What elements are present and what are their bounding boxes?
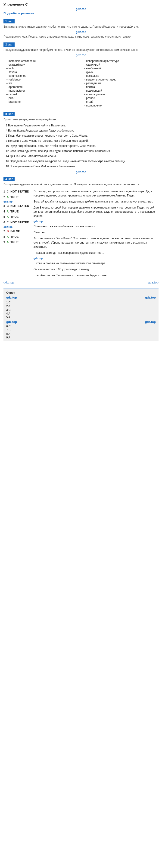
final-answer-6: 6 C bbox=[6, 324, 156, 328]
answer-footer-title: Ответ bbox=[6, 291, 156, 294]
step-3-text: Прочитаем утверждения и переведём их. bbox=[3, 117, 159, 122]
vocab-left-item: backbone bbox=[6, 100, 80, 104]
statement-item: Все здания Гауди можно найти в Барселоне… bbox=[6, 123, 159, 128]
answer-badge-6: 6 bbox=[3, 221, 5, 224]
footer-brand-mid-left[interactable]: gdz.top bbox=[6, 320, 17, 323]
final-answer-7: 7 B bbox=[6, 328, 156, 332]
final-answer-8: 8 A bbox=[6, 332, 156, 336]
answer-label-4: TRUE bbox=[10, 210, 18, 213]
vocab-right-item: дюйм bbox=[84, 70, 158, 74]
vocab-left-item: pillar bbox=[6, 96, 80, 100]
vocab-right-item: резной bbox=[84, 96, 158, 100]
answer-badge-1: 1 bbox=[3, 190, 5, 193]
brand-mid-2[interactable]: gdz.top bbox=[3, 53, 159, 57]
statement-item: Крыша Casa Batllo похожа на слона. bbox=[6, 154, 159, 159]
answer-row-7: 7 B FALSE bbox=[3, 228, 31, 234]
final-answer-5: 5 A bbox=[6, 315, 156, 319]
answer-label-2: TRUE bbox=[10, 195, 18, 199]
vocab-left-item: tile bbox=[6, 82, 80, 85]
step-1-header: 1 шаг bbox=[3, 19, 14, 24]
step-4-text: Послушаем аудиозаписи ещё раз и сделаем … bbox=[3, 182, 159, 186]
vocab-left-item: incredible architecture bbox=[6, 59, 80, 63]
answer-type-8: A bbox=[7, 235, 9, 239]
answer-row-3: 3 C NOT STATED bbox=[3, 203, 31, 209]
answer-type-1: C bbox=[7, 190, 9, 193]
vocab-right-item: необычный bbox=[84, 67, 158, 70]
vocab-right-item: подходящий bbox=[84, 89, 158, 93]
brand-mid-col[interactable]: gdz.top bbox=[3, 200, 31, 203]
statement-item: Гауди потребовалось пять лет, чтобы спро… bbox=[6, 143, 159, 149]
right-text-1: Это город, которому посчастливилось имет… bbox=[34, 189, 159, 198]
answer-badge-4: 4 bbox=[3, 210, 5, 213]
answers-right-col: Это город, которому посчастливилось имет… bbox=[34, 189, 159, 279]
footer-brand-left[interactable]: gdz.top bbox=[6, 296, 17, 299]
statement-item: Casa Batllo-единственное здание Гауди, к… bbox=[6, 149, 159, 154]
answer-type-3: C bbox=[7, 204, 9, 208]
brand-mid-col2[interactable]: gdz.top bbox=[3, 225, 31, 228]
right-text-9: Он начинается в 8:00 утра каждую пятницу… bbox=[34, 267, 159, 272]
answer-label-8: TRUE bbox=[10, 235, 18, 239]
vocab-left-item: extraordinary bbox=[6, 63, 80, 67]
brand-top[interactable]: gdz.top bbox=[3, 7, 159, 11]
vocab-left-item: inch bbox=[6, 67, 80, 70]
brand-mid-3[interactable]: gdz.top bbox=[3, 170, 159, 174]
main-page: Упражнение C gdz.top Подробное решение 1… bbox=[0, 0, 162, 344]
answer-label-7: FALSE bbox=[10, 229, 20, 233]
brand-mid-right2[interactable]: gdz.top bbox=[34, 256, 159, 260]
answer-badge-5: 5 bbox=[3, 215, 5, 218]
vocab-left-item: carved bbox=[6, 93, 80, 96]
vocab-right-item: плитка bbox=[84, 85, 158, 89]
footer-brand-mid-right[interactable]: gdz.top bbox=[145, 320, 156, 323]
vocab-right-item: резиденция bbox=[84, 82, 158, 85]
answer-row-5: 5 A TRUE bbox=[3, 214, 31, 220]
vocab-left-item: several bbox=[6, 70, 80, 74]
final-answer-1: 1 C bbox=[6, 301, 156, 304]
answer-badge-2: 2 bbox=[3, 195, 5, 199]
answer-badge-9: 9 bbox=[3, 241, 5, 244]
vocab-right-item: несколько bbox=[84, 74, 158, 78]
answer-type-5: A bbox=[7, 215, 9, 218]
answer-badge-7: 7 bbox=[3, 230, 5, 233]
right-text-10: …это бесплатно. Так что вам это ничего н… bbox=[34, 273, 159, 278]
vocab-right: невероятная архитектура удачливый необыч… bbox=[82, 59, 158, 107]
solution-label: Подробное решение bbox=[3, 11, 159, 15]
step-3-header: 3 шаг bbox=[3, 112, 14, 116]
right-text-2: Богатый дизайн на каждом квадратном дюйм… bbox=[34, 199, 159, 204]
answer-row-9: 9 A TRUE bbox=[3, 239, 31, 245]
vocab-right-item: производитель bbox=[84, 93, 158, 96]
final-answer-2: 2 A bbox=[6, 304, 156, 308]
answer-row-1: 1 C NOT STATED bbox=[3, 189, 31, 194]
step-1-text2: Послушаем снова. Решим, какие утверждени… bbox=[3, 35, 159, 39]
answer-type-4: A bbox=[7, 210, 9, 213]
final-answers-list-2: 6 C 7 B 8 A 9 A bbox=[6, 324, 156, 339]
final-answer-9: 9 A bbox=[6, 336, 156, 339]
brand-mid-right[interactable]: gdz.top bbox=[34, 219, 159, 223]
right-text-8: …крыша похожа на позвоночник гигантского… bbox=[34, 261, 159, 266]
statement-item: Потолки в Casa Vicens не плоские, как в … bbox=[6, 138, 159, 143]
answer-row-4: 4 A TRUE bbox=[3, 209, 31, 214]
statement-item: Гауди был счастлив спроектировать и пост… bbox=[6, 133, 159, 138]
answer-label-5: TRUE bbox=[10, 215, 18, 218]
vocab-right-item: удачливый bbox=[84, 63, 158, 67]
answer-label-9: TRUE bbox=[10, 240, 18, 244]
answer-type-7: B bbox=[7, 230, 9, 233]
answer-type-6: C bbox=[7, 221, 9, 224]
vocab-right-item: столб bbox=[84, 100, 158, 104]
vocab-left-item: residence bbox=[6, 78, 80, 82]
vocab-right-item: введен в эксплуатацию bbox=[84, 78, 158, 82]
answer-row-6: 6 C NOT STATED bbox=[3, 220, 31, 225]
vocab-left-item: commissioned bbox=[6, 74, 80, 78]
final-answers-list: 1 C 2 A 3 C 4 A 5 A bbox=[6, 301, 156, 319]
step-4-header: 4 шаг bbox=[3, 177, 14, 181]
answers-two-col: 1 C NOT STATED 2 A TRUE gdz.top 3 C bbox=[3, 189, 159, 279]
answer-type-9: A bbox=[7, 241, 9, 244]
vocab-left-item: appropriate bbox=[6, 85, 80, 89]
brand-mid-1[interactable]: gdz.top bbox=[3, 30, 159, 34]
final-answer-3: 3 C bbox=[6, 308, 156, 312]
footer-brand-right[interactable]: gdz.top bbox=[145, 296, 156, 299]
vocab-right-item: позвоночник bbox=[84, 104, 158, 107]
answer-label-1: NOT STATED bbox=[10, 190, 29, 193]
brand-bottom[interactable]: gdz.top gdz.top bbox=[3, 281, 159, 284]
statement-item: Богатый дизайн делает здания Гауди особе… bbox=[6, 128, 159, 133]
right-text-6: Этот называется 'Каса Батло'. Это очень … bbox=[34, 236, 159, 249]
